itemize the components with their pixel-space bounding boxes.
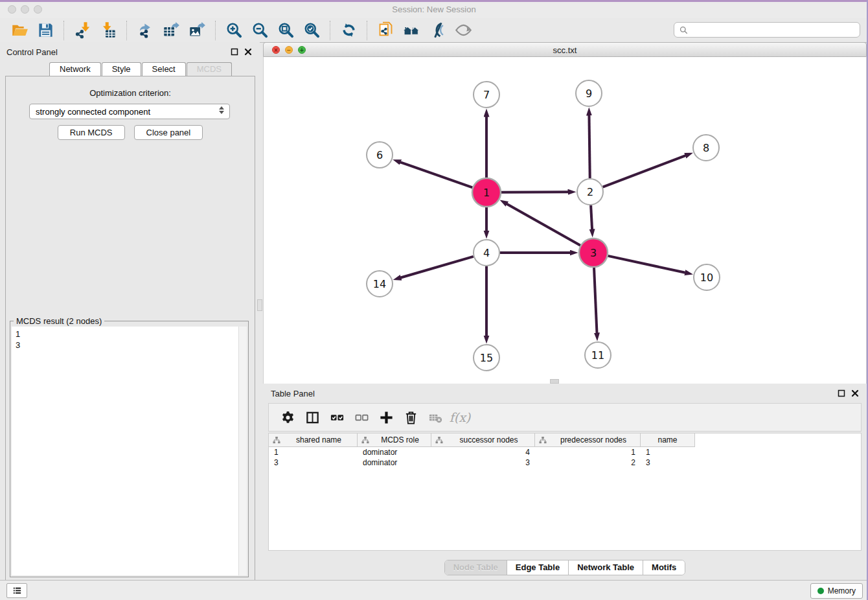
table-cell[interactable]: 4 — [431, 448, 535, 457]
import-network-icon[interactable] — [69, 20, 95, 41]
tab-mcds[interactable]: MCDS — [187, 62, 232, 76]
deselect-all-icon[interactable] — [349, 406, 374, 429]
graph-node-8[interactable]: 8 — [693, 135, 719, 161]
table-cell[interactable]: 2 — [535, 458, 641, 467]
refresh-icon[interactable] — [336, 20, 361, 41]
table-cell[interactable]: 1 — [641, 448, 695, 457]
main-toolbar — [0, 18, 868, 43]
table-row[interactable]: 3dominator323 — [269, 457, 861, 468]
table-header-row: shared nameMCDS rolesuccessor nodesprede… — [269, 433, 695, 447]
node-table: shared nameMCDS rolesuccessor nodesprede… — [268, 433, 862, 551]
memory-label: Memory — [828, 586, 856, 595]
export-network-icon[interactable] — [132, 20, 158, 41]
tab-select[interactable]: Select — [142, 62, 186, 76]
window-frame-top — [0, 0, 868, 2]
zoom-in-icon[interactable] — [221, 20, 247, 41]
tab-network[interactable]: Network — [49, 62, 101, 76]
import-table-icon[interactable] — [95, 20, 121, 41]
search-input[interactable] — [692, 25, 855, 36]
export-image-icon[interactable] — [184, 20, 210, 41]
tab-motifs[interactable]: Motifs — [643, 560, 685, 575]
tab-style[interactable]: Style — [102, 62, 141, 76]
edge-2-8[interactable] — [603, 156, 686, 187]
graph-node-15[interactable]: 15 — [474, 345, 499, 371]
table-cell[interactable]: 3 — [641, 458, 695, 467]
close-panel-icon[interactable] — [244, 47, 252, 56]
graph-node-9[interactable]: 9 — [576, 80, 602, 106]
table-toolbar: f(x) — [268, 403, 862, 432]
column-label: successor nodes — [443, 435, 534, 444]
search-box — [674, 22, 860, 38]
float-panel-icon[interactable] — [230, 47, 238, 56]
svg-text:15: 15 — [480, 352, 493, 364]
network-window-title: scc.txt — [264, 45, 866, 55]
clone-network-icon[interactable] — [372, 20, 398, 41]
table-cell[interactable]: 3 — [431, 458, 535, 467]
graph-node-6[interactable]: 6 — [367, 142, 393, 168]
table-row[interactable]: 1dominator411 — [269, 447, 861, 457]
column-header-shared-name[interactable]: shared name — [269, 433, 358, 446]
edge-3-1[interactable] — [507, 204, 580, 246]
vertical-splitter-grip[interactable] — [257, 299, 262, 311]
svg-text:8: 8 — [703, 142, 709, 154]
toolbar-separator — [126, 21, 127, 40]
network-canvas[interactable]: 7968124314101511 — [263, 57, 867, 384]
edge-2-9[interactable] — [589, 115, 589, 178]
column-header-predecessor-nodes[interactable]: predecessor nodes — [535, 433, 641, 446]
open-file-icon[interactable] — [6, 20, 32, 41]
graph-node-1[interactable]: 1 — [472, 178, 501, 207]
hide-graphics-details-icon[interactable] — [450, 20, 476, 41]
graph-node-4[interactable]: 4 — [474, 240, 499, 266]
column-header-name[interactable]: name — [641, 433, 695, 446]
table-cell[interactable]: dominator — [358, 448, 431, 457]
graph-node-14[interactable]: 14 — [367, 271, 393, 297]
edge-2-3[interactable] — [591, 205, 592, 229]
table-cell[interactable]: 3 — [269, 458, 358, 467]
criterion-dropdown[interactable]: strongly connected component — [29, 104, 230, 119]
graph-node-2[interactable]: 2 — [577, 179, 603, 205]
save-session-icon[interactable] — [32, 20, 58, 41]
edge-3-11[interactable] — [594, 268, 597, 333]
first-neighbors-icon[interactable] — [398, 20, 424, 41]
graph-node-11[interactable]: 11 — [585, 342, 611, 368]
task-history-button[interactable] — [6, 583, 27, 598]
graph-node-10[interactable]: 10 — [694, 264, 720, 290]
delete-row-icon[interactable] — [398, 406, 423, 429]
horizontal-splitter-grip[interactable] — [550, 379, 559, 384]
mcds-result-title: MCDS result (2 nodes) — [14, 316, 104, 326]
tab-node-table[interactable]: Node Table — [445, 560, 507, 575]
column-label: predecessor nodes — [547, 435, 640, 444]
edge-1-6[interactable] — [400, 162, 472, 187]
tab-network-table[interactable]: Network Table — [569, 560, 643, 575]
export-table-icon[interactable] — [158, 20, 184, 41]
select-all-icon[interactable] — [325, 406, 349, 429]
zoom-selected-icon[interactable] — [299, 20, 325, 41]
add-row-icon[interactable] — [374, 406, 398, 429]
memory-button[interactable]: Memory — [810, 583, 863, 599]
float-table-panel-icon[interactable] — [837, 389, 845, 397]
edge-4-14[interactable] — [401, 257, 474, 278]
graphics-details-icon[interactable] — [424, 20, 450, 41]
close-table-panel-icon[interactable] — [851, 389, 859, 397]
graph-node-3[interactable]: 3 — [579, 238, 608, 267]
table-cell[interactable]: 1 — [269, 448, 358, 457]
edge-1-2[interactable] — [501, 192, 568, 192]
control-panel: Control Panel NetworkStyleSelectMCDS Opt… — [0, 42, 260, 581]
columns-icon[interactable] — [300, 406, 325, 429]
criterion-value: strongly connected component — [36, 107, 150, 117]
column-label: MCDS role — [369, 435, 431, 444]
tab-edge-table[interactable]: Edge Table — [507, 560, 569, 575]
table-cell[interactable]: dominator — [358, 458, 431, 467]
zoom-out-icon[interactable] — [247, 20, 273, 41]
graph-node-7[interactable]: 7 — [474, 82, 499, 108]
close-panel-button[interactable]: Close panel — [134, 125, 203, 140]
column-tree-icon — [361, 436, 369, 444]
run-mcds-button[interactable]: Run MCDS — [58, 125, 125, 140]
column-header-successor-nodes[interactable]: successor nodes — [431, 433, 535, 446]
column-header-MCDS-role[interactable]: MCDS role — [358, 433, 431, 446]
result-scrollbar[interactable] — [238, 327, 247, 575]
table-cell[interactable]: 1 — [535, 448, 641, 457]
settings-icon[interactable] — [275, 406, 300, 429]
edge-3-10[interactable] — [608, 256, 685, 273]
zoom-fit-icon[interactable] — [273, 20, 299, 41]
